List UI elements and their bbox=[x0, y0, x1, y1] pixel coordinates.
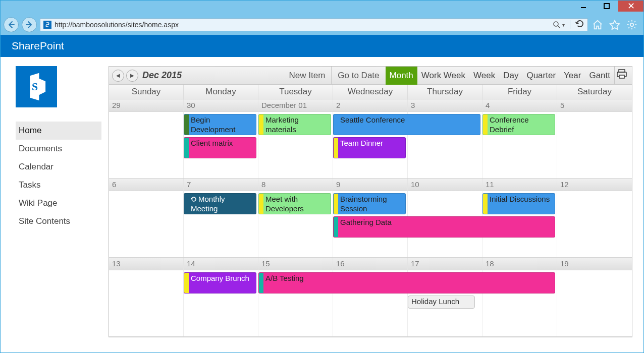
date-cell[interactable]: 6 bbox=[109, 179, 184, 191]
url-input[interactable] bbox=[55, 21, 550, 29]
day-header: Friday bbox=[482, 85, 557, 99]
calendar-event[interactable]: Seattle Conference bbox=[333, 114, 480, 135]
date-cell[interactable]: 19 bbox=[557, 258, 632, 270]
date-cell[interactable]: 13 bbox=[109, 258, 184, 270]
refresh-button[interactable] bbox=[575, 19, 584, 30]
calendar-event[interactable]: Client matrix bbox=[184, 137, 256, 158]
view-tab-work-week[interactable]: Work Week bbox=[417, 67, 469, 85]
nav-item-tasks[interactable]: Tasks bbox=[16, 176, 101, 194]
date-cell[interactable]: 17 bbox=[408, 258, 482, 270]
svg-rect-8 bbox=[619, 75, 624, 78]
day-header: Saturday bbox=[557, 85, 632, 99]
calendar-event[interactable]: Team Dinner bbox=[333, 137, 406, 158]
chevron-down-icon: ▾ bbox=[562, 22, 565, 28]
date-cell[interactable]: 7 bbox=[184, 179, 258, 191]
minimize-button[interactable] bbox=[572, 1, 595, 12]
maximize-button[interactable] bbox=[595, 1, 618, 12]
settings-icon[interactable] bbox=[625, 18, 638, 31]
date-cell[interactable]: 5 bbox=[557, 99, 632, 111]
date-cell[interactable]: 18 bbox=[482, 258, 557, 270]
calendar: ◀ ▶ Dec 2015 New Item Go to Date MonthWo… bbox=[109, 66, 632, 337]
calendar-event[interactable]: Meet with Developers bbox=[258, 193, 331, 214]
browser-toolbar: ▾ bbox=[1, 15, 643, 35]
svg-line-3 bbox=[558, 26, 560, 28]
favorites-icon[interactable] bbox=[608, 18, 621, 31]
day-header: Tuesday bbox=[258, 85, 333, 99]
nav-item-home[interactable]: Home bbox=[16, 122, 101, 140]
day-header: Sunday bbox=[109, 85, 184, 99]
date-cell[interactable]: 4 bbox=[482, 99, 557, 111]
search-icon[interactable]: ▾ bbox=[553, 21, 565, 29]
nav-item-calendar[interactable]: Calendar bbox=[16, 158, 101, 176]
date-cell[interactable]: 8 bbox=[258, 179, 333, 191]
calendar-event[interactable]: Gathering Data bbox=[333, 216, 555, 238]
day-header: Wednesday bbox=[333, 85, 408, 99]
date-cell[interactable]: 11 bbox=[482, 179, 557, 191]
left-navigation: S HomeDocumentsCalendarTasksWiki PageSit… bbox=[1, 57, 109, 352]
day-header: Monday bbox=[184, 85, 258, 99]
site-icon bbox=[43, 21, 51, 29]
sharepoint-logo: S bbox=[16, 66, 57, 107]
calendar-event[interactable]: A/B Testing bbox=[258, 272, 555, 293]
new-item-button[interactable]: New Item bbox=[283, 67, 332, 85]
svg-rect-1 bbox=[604, 4, 609, 9]
calendar-event[interactable]: Begin Development bbox=[184, 114, 256, 135]
date-cell[interactable]: 15 bbox=[258, 258, 333, 270]
suite-name: SharePoint bbox=[12, 40, 64, 52]
svg-point-2 bbox=[554, 22, 558, 26]
date-cell[interactable]: 9 bbox=[333, 179, 408, 191]
suite-bar: SharePoint bbox=[1, 35, 643, 57]
nav-item-site-contents[interactable]: Site Contents bbox=[16, 212, 101, 230]
date-cell[interactable]: 16 bbox=[333, 258, 408, 270]
date-cell[interactable]: 3 bbox=[408, 99, 482, 111]
view-tab-week[interactable]: Week bbox=[469, 67, 499, 85]
view-tab-day[interactable]: Day bbox=[499, 67, 522, 85]
calendar-event[interactable]: Marketing materials bbox=[258, 114, 331, 135]
view-tab-gantt[interactable]: Gantt bbox=[585, 67, 614, 85]
date-cell[interactable]: 2 bbox=[333, 99, 408, 111]
view-tab-quarter[interactable]: Quarter bbox=[522, 67, 560, 85]
svg-text:S: S bbox=[32, 81, 38, 93]
calendar-event[interactable]: Holiday Lunch bbox=[408, 296, 475, 309]
calendar-event[interactable]: Conference Debrief bbox=[482, 114, 555, 135]
forward-button[interactable] bbox=[22, 17, 37, 32]
calendar-event[interactable]: Company Brunch bbox=[184, 272, 256, 293]
view-tab-year[interactable]: Year bbox=[560, 67, 585, 85]
date-cell[interactable]: 14 bbox=[184, 258, 258, 270]
date-cell[interactable]: 29 bbox=[109, 99, 184, 111]
address-bar: ▾ bbox=[40, 18, 588, 31]
calendar-event[interactable]: Monthly Meeting bbox=[184, 193, 256, 214]
calendar-event[interactable]: Brainstorming Session bbox=[333, 193, 406, 214]
nav-item-wiki-page[interactable]: Wiki Page bbox=[16, 194, 101, 212]
view-tab-month[interactable]: Month bbox=[386, 67, 417, 85]
goto-date-button[interactable]: Go to Date bbox=[332, 67, 385, 85]
back-button[interactable] bbox=[4, 17, 19, 32]
nav-item-documents[interactable]: Documents bbox=[16, 140, 101, 158]
svg-point-4 bbox=[630, 23, 633, 26]
prev-month-button[interactable]: ◀ bbox=[112, 70, 124, 82]
date-cell[interactable]: 10 bbox=[408, 179, 482, 191]
date-cell[interactable]: 30 bbox=[184, 99, 258, 111]
month-label: Dec 2015 bbox=[142, 70, 182, 81]
date-cell[interactable]: December 01 bbox=[258, 99, 333, 111]
print-button[interactable] bbox=[615, 69, 629, 82]
date-cell[interactable]: 12 bbox=[557, 179, 632, 191]
day-header: Thursday bbox=[408, 85, 482, 99]
close-button[interactable]: ✕ bbox=[618, 1, 643, 12]
next-month-button[interactable]: ▶ bbox=[126, 70, 138, 82]
home-icon[interactable] bbox=[591, 18, 604, 31]
window-titlebar: ✕ bbox=[1, 1, 643, 15]
calendar-event[interactable]: Initial Discussions bbox=[482, 193, 555, 214]
